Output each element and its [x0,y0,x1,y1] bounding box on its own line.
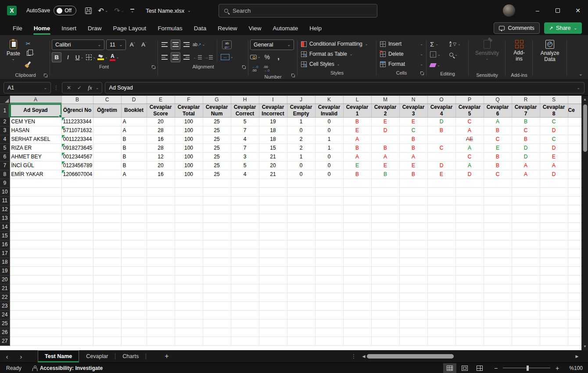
column-header-N[interactable]: N [399,96,427,104]
cell[interactable]: C [455,152,484,161]
font-color-button[interactable]: A⌄ [110,52,119,62]
cell[interactable]: Ad Soyad [10,104,61,117]
cell[interactable] [231,328,259,337]
zoom-slider-thumb[interactable] [527,366,529,371]
cell[interactable]: 16 [147,170,175,179]
cell[interactable]: C [399,126,427,135]
cell[interactable] [121,337,147,345]
cell[interactable] [568,319,581,328]
cell[interactable] [61,249,93,258]
scroll-up-button[interactable]: ▲ [582,96,588,103]
cell[interactable] [427,293,455,301]
cell[interactable]: B [427,126,455,135]
cell[interactable] [540,258,568,266]
cell[interactable] [61,319,93,328]
cell[interactable] [147,319,175,328]
cell[interactable] [175,258,203,266]
cell[interactable] [287,222,315,231]
align-center-button[interactable] [171,52,180,62]
align-bottom-button[interactable] [182,39,191,50]
cell[interactable] [540,214,568,222]
enter-formula-button[interactable]: ✓ [75,83,84,93]
cell[interactable]: C [484,170,512,179]
cell[interactable] [315,258,343,266]
cell[interactable] [427,266,455,275]
cell[interactable] [455,240,484,249]
cell[interactable]: Öğrenci No [61,104,93,117]
cell[interactable] [427,328,455,337]
cell[interactable] [343,240,371,249]
cell[interactable] [568,214,581,222]
cell[interactable] [512,258,540,266]
cell[interactable] [203,319,231,328]
column-header-D[interactable]: D [121,96,147,104]
cell[interactable] [259,249,287,258]
cell[interactable] [231,231,259,240]
cell[interactable] [10,284,61,293]
name-box[interactable]: A1 ⌄ [4,82,51,93]
cell[interactable] [540,179,568,187]
cell[interactable] [568,337,581,345]
comma-style-button[interactable]: , [274,52,283,62]
column-header-K[interactable]: K [315,96,343,104]
cell[interactable] [455,319,484,328]
cell[interactable] [315,319,343,328]
cell[interactable]: Cevaplar1 [343,104,371,117]
cell[interactable] [259,222,287,231]
cell[interactable] [147,266,175,275]
cell[interactable]: Booklet [121,104,147,117]
cell[interactable] [568,249,581,258]
cell[interactable] [10,310,61,319]
cell[interactable] [484,187,512,196]
cell[interactable] [93,135,121,143]
cell[interactable]: D [455,170,484,179]
cell[interactable] [427,196,455,205]
cell[interactable] [93,275,121,284]
cell[interactable]: HASAN [10,126,61,135]
cell[interactable] [568,205,581,214]
clear-button[interactable]: ⌄ [430,61,445,69]
cell[interactable] [175,222,203,231]
cell[interactable] [343,275,371,284]
cell[interactable]: C [455,117,484,126]
cell[interactable] [93,205,121,214]
cell[interactable]: 21 [259,152,287,161]
sheet-tab-charts[interactable]: Charts [115,350,146,362]
cell[interactable]: A [512,161,540,170]
cell[interactable]: 25 [203,152,231,161]
cell[interactable] [61,337,93,345]
addins-button[interactable]: Add-ins [507,38,531,64]
cell[interactable] [259,319,287,328]
cell[interactable] [287,310,315,319]
cell[interactable] [568,310,581,319]
cell[interactable] [315,266,343,275]
cell[interactable] [175,231,203,240]
cell[interactable]: Cevaplar2 [371,104,399,117]
cell[interactable] [427,310,455,319]
column-header-S[interactable]: S [540,96,568,104]
font-size-select[interactable]: 11⌄ [106,39,126,50]
cell[interactable]: B [512,135,540,143]
cell[interactable] [455,179,484,187]
prev-sheet-button[interactable]: ‹ [0,350,14,362]
zoom-slider[interactable] [503,368,550,369]
cell[interactable] [259,275,287,284]
dialog-launcher-icon[interactable] [242,65,246,69]
cell[interactable] [147,328,175,337]
cell[interactable] [61,240,93,249]
wrap-text-button[interactable]: abc↩ [221,39,233,50]
cell[interactable] [399,231,427,240]
cell[interactable] [10,179,61,187]
cell[interactable] [231,275,259,284]
cell[interactable] [287,328,315,337]
number-format-select[interactable]: General⌄ [250,39,294,50]
cell[interactable] [484,231,512,240]
cell[interactable] [568,179,581,187]
cell[interactable] [427,179,455,187]
cell[interactable] [10,337,61,345]
cell[interactable] [512,301,540,310]
italic-button[interactable]: I [63,52,73,62]
cell[interactable]: Cevaplar5 [455,104,484,117]
cell[interactable] [121,301,147,310]
cell[interactable]: A [121,126,147,135]
